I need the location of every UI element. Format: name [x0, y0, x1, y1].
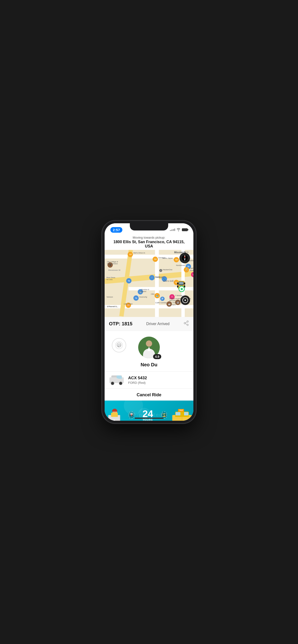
cb2-marker: 🏪 [155, 293, 160, 298]
zakis-marker: 💍 [184, 267, 189, 272]
pickup-header: Moving towards pickup: 1800 Ellis St, Sa… [105, 234, 193, 250]
dennys-marker: 🍽 [153, 256, 158, 262]
status-right [170, 228, 188, 232]
ross-marker: 🛍 [126, 278, 131, 284]
trader-joes-label: Trader Joe's [155, 276, 166, 278]
share-icon[interactable] [183, 320, 189, 327]
driver-status: Driver Arrived [146, 322, 169, 326]
hackerone-label: HackerOne [163, 268, 172, 271]
vehicle-model: FORD (Red) [128, 381, 147, 384]
little-sweet-label: Little Sweet [124, 303, 132, 305]
parking-marker: P [160, 296, 165, 301]
givenchy-label: Givenchy [139, 296, 147, 298]
map-container[interactable]: Mission St Market St Ellis St O'Farrell … [105, 250, 193, 317]
givenchy-marker: 🛍 [133, 296, 139, 301]
mels-label: Mel's Drive-In [133, 252, 145, 254]
call-button[interactable]: 💬 [112, 338, 126, 352]
svg-line-15 [186, 322, 187, 323]
target-circle-icon [182, 297, 188, 303]
battery-icon [182, 228, 188, 231]
ross-label: Ross Dressfor Less [106, 277, 115, 281]
ofarrell-label: O'Farrell S... [107, 306, 118, 308]
svg-text:💬: 💬 [117, 344, 121, 347]
sarku-marker: 🍽 [174, 257, 179, 262]
person-head [146, 340, 152, 347]
vehicle-plate: ACX 5432 [128, 376, 147, 380]
phone-notch [130, 223, 168, 230]
phone-screen: 2:57 [105, 223, 193, 421]
home-bar [135, 418, 163, 419]
vehicle-section: ACX 5432 FORD (Red) [105, 372, 193, 388]
taxi-sign: TAXI [178, 409, 184, 412]
phone-frame: 2:57 [102, 221, 196, 423]
svg-text:N: N [184, 255, 185, 257]
driver-avatar-wrapper: 4.9 [138, 336, 160, 358]
driver-name: Neo Du [140, 362, 158, 368]
vehicle-info: ACX 5432 FORD (Red) [128, 376, 147, 384]
pickup-label: Moving towards pickup: [109, 236, 189, 239]
zakis-label: Zaki's Jewelry [190, 267, 193, 272]
caffe-central-label: Caffé Central [155, 302, 167, 304]
tmobile-label: T-Mobile [175, 294, 183, 296]
destination-pin [179, 286, 185, 292]
map-background: Mission St Market St Ellis St O'Farrell … [105, 250, 193, 317]
signal-icon [170, 228, 175, 231]
svg-rect-3 [184, 282, 185, 284]
walgreens-marker: W [191, 272, 193, 277]
stockton-label: Stockton &Market [141, 289, 149, 293]
sarku-label: Sarku Japan [162, 257, 173, 259]
caffe-central-marker: ☕ [167, 302, 172, 307]
pickup-address: 1800 Ellis St, San Francisco, CA 94115, … [109, 240, 189, 248]
trader-joes-marker: 🛒 [149, 275, 155, 280]
vehicle-image [109, 375, 124, 385]
otp-bar: OTP: 1815 Driver Arrived [105, 317, 193, 331]
verizon-label: Verizon [106, 296, 113, 298]
cancel-section: Cancel Ride [105, 388, 193, 400]
cancel-ride-button[interactable]: Cancel Ride [109, 392, 189, 398]
banner-watermark: unlimited [135, 412, 163, 418]
location-target-button[interactable] [181, 296, 190, 305]
svg-line-14 [186, 324, 187, 325]
stevenson-label: Stevenson St [108, 269, 120, 271]
svg-rect-2 [177, 282, 179, 284]
otp-code: OTP: 1815 [109, 321, 132, 326]
city-college-label: City College ofSan Francisco [107, 261, 118, 265]
status-time: 2:57 [110, 227, 122, 233]
cb2-label: CB2 [151, 293, 155, 295]
svg-rect-6 [179, 282, 183, 284]
mels-drive-in-marker: 🍽 [128, 252, 133, 257]
banner-taxi-illustration: TAXI [172, 403, 192, 421]
hackerone-marker [159, 269, 162, 272]
driver-section: 💬 4.9 Neo Du [105, 331, 193, 372]
compass[interactable]: N [180, 253, 190, 263]
wifi-icon [176, 228, 181, 232]
app-content: Moving towards pickup: 1800 Ellis St, Sa… [105, 234, 193, 421]
nordstrom-label: Nordstrom [176, 264, 185, 266]
johns-grill-label: John's Grill [163, 280, 174, 282]
banner-person-illustration [106, 403, 124, 421]
driver-rating: 4.9 [153, 354, 161, 359]
